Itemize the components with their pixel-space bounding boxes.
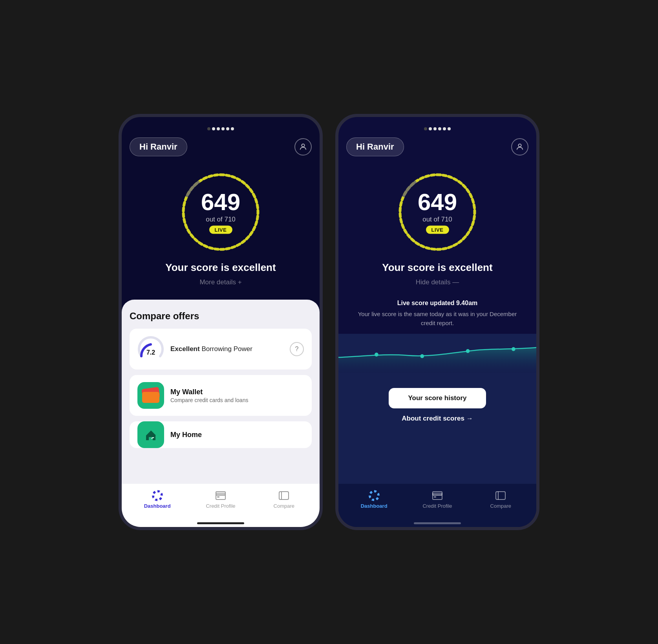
svg-rect-7 [216, 493, 225, 499]
right-score-chart [338, 334, 536, 373]
right-compare-label: Compare [490, 503, 511, 509]
left-score-section: 649 out of 710 LIVE Your score is excell… [122, 161, 320, 300]
right-score-section: 649 out of 710 LIVE Your score is excell… [338, 161, 536, 300]
svg-point-16 [420, 354, 424, 358]
left-dashboard-dots [152, 490, 163, 501]
svg-point-0 [302, 144, 304, 147]
right-dashboard-dots [369, 490, 380, 501]
svg-point-15 [375, 353, 378, 357]
right-avatar-icon[interactable] [511, 138, 528, 156]
left-nav-credit[interactable]: Credit Profile [189, 490, 252, 509]
left-dashboard-label: Dashboard [144, 503, 171, 509]
wallet-card[interactable]: My Wallet Compare credit cards and loans [130, 375, 312, 416]
svg-point-18 [512, 347, 515, 351]
left-credit-icon [215, 490, 226, 501]
left-live-badge: LIVE [209, 226, 232, 234]
left-content-area: Compare offers 7.2 Excellent Borrowing P… [122, 300, 320, 484]
status-dot-5 [226, 127, 229, 130]
right-score-out-of: out of 710 [418, 216, 457, 223]
right-greeting: Hi Ranvir [346, 137, 404, 156]
left-avatar-icon[interactable] [294, 138, 312, 156]
left-nav-dashboard[interactable]: Dashboard [126, 490, 189, 509]
left-header: Hi Ranvir [122, 133, 320, 161]
right-credit-icon [432, 490, 443, 501]
borrowing-gauge-icon: 7.2 [137, 336, 164, 362]
borrowing-label: Excellent [170, 345, 200, 353]
right-status-bar [338, 117, 536, 133]
borrowing-power-card[interactable]: 7.2 Excellent Borrowing Power ? [130, 329, 312, 370]
right-about-scores-btn[interactable]: About credit scores → [402, 415, 473, 423]
right-home-bar [414, 522, 461, 524]
right-live-desc: Your live score is the same today as it … [350, 310, 525, 327]
right-home-indicator [338, 519, 536, 527]
home-title: My Home [170, 431, 304, 439]
status-dot-4 [221, 127, 225, 130]
left-home-indicator [122, 519, 320, 527]
svg-rect-9 [217, 496, 219, 498]
right-live-info: Live score updated 9.40am Your live scor… [338, 300, 536, 334]
right-live-time: Live score updated 9.40am [397, 300, 478, 307]
left-bottom-nav: Dashboard Credit Profile Compare [122, 484, 320, 519]
right-hide-details-btn[interactable]: Hide details — [413, 277, 462, 288]
borrowing-text: Excellent Borrowing Power [170, 345, 283, 353]
borrowing-help-icon[interactable]: ? [290, 342, 304, 356]
left-score-ring: 649 out of 710 LIVE [177, 169, 264, 255]
svg-text:7.2: 7.2 [146, 349, 155, 356]
right-dashboard-label: Dashboard [361, 503, 387, 509]
wallet-subtitle: Compare credit cards and loans [170, 397, 304, 403]
left-dashboard-icon [152, 490, 163, 501]
left-home-bar [197, 522, 244, 524]
left-compare-label: Compare [274, 503, 294, 509]
home-icon [137, 421, 164, 448]
left-phone: Hi Ranvir [119, 114, 323, 530]
home-text: My Home [170, 431, 304, 439]
right-header: Hi Ranvir [338, 133, 536, 161]
status-dot-1 [207, 127, 210, 130]
svg-rect-22 [434, 496, 436, 498]
right-live-badge: LIVE [426, 226, 449, 234]
right-bottom-content: Your score history About credit scores → [338, 373, 536, 484]
svg-rect-5 [149, 437, 153, 440]
left-compare-icon [278, 490, 289, 501]
left-score-center: 649 out of 710 LIVE [201, 190, 240, 234]
right-nav-dashboard[interactable]: Dashboard [342, 490, 406, 509]
left-score-number: 649 [201, 190, 240, 214]
borrowing-main-text: Excellent Borrowing Power [170, 345, 252, 353]
left-status-bar [122, 117, 320, 133]
right-score-ring: 649 out of 710 LIVE [394, 169, 481, 255]
right-dashboard-icon [369, 490, 380, 501]
svg-point-12 [518, 144, 521, 147]
wallet-icon [137, 382, 164, 409]
right-score-history-btn[interactable]: Your score history [389, 388, 486, 408]
right-nav-credit[interactable]: Credit Profile [406, 490, 469, 509]
right-status-dot-1 [424, 127, 427, 130]
right-bottom-nav: Dashboard Credit Profile Compare [338, 484, 536, 519]
status-dot-3 [217, 127, 220, 130]
home-card[interactable]: My Home [130, 421, 312, 448]
right-score-number: 649 [418, 190, 457, 214]
svg-rect-20 [433, 493, 442, 499]
left-score-label: Your score is excellent [165, 262, 276, 274]
right-status-dot-5 [443, 127, 446, 130]
left-credit-label: Credit Profile [206, 503, 235, 509]
right-status-dot-3 [433, 127, 437, 130]
right-nav-compare[interactable]: Compare [469, 490, 532, 509]
status-dot-2 [212, 127, 215, 130]
wallet-card-front [142, 392, 159, 403]
left-more-details-btn[interactable]: More details + [196, 277, 245, 288]
left-score-out-of: out of 710 [201, 216, 240, 223]
status-dot-6 [231, 127, 234, 130]
right-score-label: Your score is excellent [382, 262, 492, 274]
compare-offers-title: Compare offers [130, 311, 312, 322]
right-credit-label: Credit Profile [422, 503, 452, 509]
wallet-title: My Wallet [170, 388, 304, 396]
svg-rect-23 [496, 492, 505, 499]
right-status-dot-6 [448, 127, 451, 130]
right-status-dot-2 [429, 127, 432, 130]
left-nav-compare[interactable]: Compare [252, 490, 316, 509]
right-score-center: 649 out of 710 LIVE [418, 190, 457, 234]
svg-rect-10 [279, 492, 289, 499]
right-status-dot-4 [438, 127, 441, 130]
left-greeting: Hi Ranvir [130, 137, 187, 156]
right-compare-icon [495, 490, 506, 501]
